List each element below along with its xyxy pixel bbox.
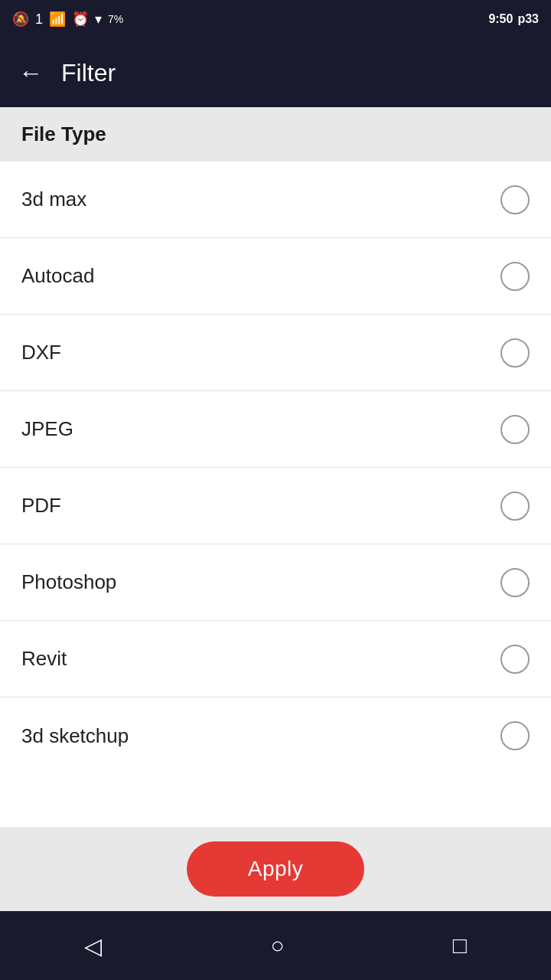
sim-icon: 1: [35, 11, 43, 28]
status-bar: 🔕 1 📶 ⏰ ▾ 7% 9:50 p33: [0, 0, 551, 38]
filter-item-pdf[interactable]: PDF: [0, 468, 551, 544]
filter-list: 3d maxAutocadDXFJPEGPDFPhotoshopRevit3d …: [0, 162, 551, 827]
apply-button[interactable]: Apply: [187, 841, 365, 897]
section-header: File Type: [0, 107, 551, 162]
radio-revit[interactable]: [500, 645, 530, 674]
filter-item-3d-sketchup[interactable]: 3d sketchup: [0, 697, 551, 774]
status-time: 9:50: [488, 12, 513, 26]
radio-3d-max[interactable]: [500, 185, 530, 214]
radio-3d-sketchup[interactable]: [500, 721, 530, 750]
notification-icon: 🔕: [12, 11, 29, 28]
filter-item-revit[interactable]: Revit: [0, 621, 551, 697]
filter-item-autocad[interactable]: Autocad: [0, 238, 551, 315]
radio-dxf[interactable]: [500, 338, 530, 368]
filter-item-photoshop[interactable]: Photoshop: [0, 544, 551, 621]
filter-label-3d-max: 3d max: [21, 188, 86, 211]
filter-label-jpeg: JPEG: [21, 417, 73, 441]
filter-item-jpeg[interactable]: JPEG: [0, 391, 551, 468]
battery-text: 7%: [108, 13, 123, 25]
back-nav-icon[interactable]: ◁: [84, 933, 102, 959]
signal-icon: 📶: [49, 11, 66, 28]
status-extra: p33: [517, 12, 539, 26]
filter-label-photoshop: Photoshop: [21, 570, 116, 594]
filter-label-revit: Revit: [21, 647, 67, 671]
alarm-icon: ⏰: [72, 11, 89, 28]
bottom-nav: ◁ ○ □: [0, 911, 551, 980]
filter-label-dxf: DXF: [21, 341, 61, 364]
status-bar-right: 9:50 p33: [488, 12, 539, 26]
apply-area: Apply: [0, 827, 551, 911]
radio-autocad[interactable]: [500, 262, 530, 291]
back-button[interactable]: ←: [18, 59, 43, 87]
radio-pdf[interactable]: [500, 492, 530, 521]
section-header-label: File Type: [21, 122, 106, 145]
home-nav-icon[interactable]: ○: [270, 933, 284, 959]
wifi-icon: ▾: [95, 11, 102, 28]
app-bar: ← Filter: [0, 38, 551, 107]
radio-jpeg[interactable]: [500, 415, 530, 444]
page-title: Filter: [61, 59, 116, 87]
filter-item-3d-max[interactable]: 3d max: [0, 162, 551, 238]
filter-item-dxf[interactable]: DXF: [0, 315, 551, 391]
filter-label-3d-sketchup: 3d sketchup: [21, 724, 129, 748]
filter-label-pdf: PDF: [21, 494, 61, 518]
status-bar-left: 🔕 1 📶 ⏰ ▾ 7%: [12, 11, 123, 28]
filter-label-autocad: Autocad: [21, 264, 94, 288]
radio-photoshop[interactable]: [500, 568, 530, 597]
recent-nav-icon[interactable]: □: [453, 933, 467, 959]
